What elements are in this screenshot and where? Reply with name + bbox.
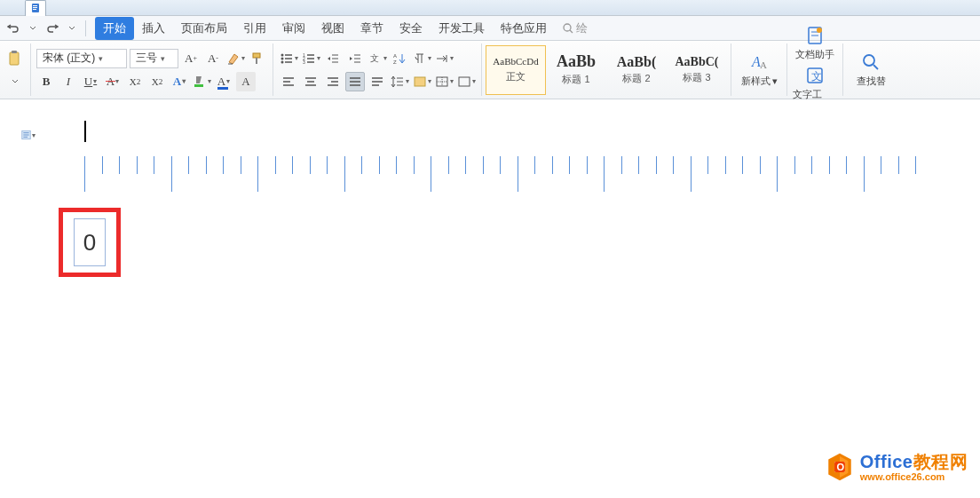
watermark-logo-icon: O — [825, 452, 855, 482]
shrink-font-button[interactable]: A- — [203, 49, 223, 68]
svg-text:文: 文 — [370, 53, 379, 63]
document-area[interactable]: ▾ 0 O Office教程网 www.office26.com — [0, 99, 980, 498]
svg-text:A: A — [760, 59, 767, 70]
svg-text:Z: Z — [393, 59, 397, 65]
underline-button[interactable]: U▾ — [81, 72, 100, 91]
quick-access-toolbar — [5, 20, 88, 36]
align-justify-button[interactable] — [345, 72, 365, 91]
font-name-combo[interactable]: 宋体 (正文)▾ — [36, 49, 127, 68]
text-direction-button[interactable]: 文▾ — [368, 49, 387, 68]
style-heading1[interactable]: AaBb标题 1 — [546, 45, 606, 95]
new-style-icon: AA — [748, 51, 770, 73]
style-heading2[interactable]: AaBb(标题 2 — [606, 45, 667, 95]
numbering-button[interactable]: 123▾ — [301, 49, 320, 68]
menu-insert[interactable]: 插入 — [134, 17, 173, 40]
svg-point-4 — [564, 24, 571, 31]
tab-button[interactable]: ▾ — [434, 49, 454, 68]
clipboard-dropdown[interactable] — [5, 72, 25, 91]
svg-text:A: A — [393, 53, 397, 59]
document-tab[interactable] — [25, 0, 46, 16]
text-cursor — [84, 121, 86, 142]
style-heading3[interactable]: AaBbC(标题 3 — [667, 45, 727, 95]
watermark: O Office教程网 www.office26.com — [825, 452, 968, 482]
increase-indent-button[interactable] — [345, 49, 365, 68]
svg-rect-10 — [256, 58, 257, 64]
svg-point-14 — [281, 57, 283, 59]
char-shading-button[interactable]: A — [236, 72, 256, 91]
svg-rect-53 — [415, 77, 425, 86]
paste-button[interactable] — [5, 49, 25, 68]
undo-icon[interactable] — [5, 20, 21, 36]
line-spacing-button[interactable]: ▾ — [390, 72, 409, 91]
format-painter-button[interactable] — [248, 49, 267, 68]
style-gallery[interactable]: AaBbCcDd正文 AaBb标题 1 AaBb(标题 2 AaBbC(标题 3 — [486, 45, 727, 95]
show-marks-button[interactable]: ▾ — [412, 49, 431, 68]
menu-reference[interactable]: 引用 — [235, 17, 274, 40]
svg-line-5 — [570, 30, 573, 33]
svg-rect-11 — [194, 84, 203, 87]
svg-rect-6 — [10, 52, 19, 65]
menu-devtools[interactable]: 开发工具 — [431, 17, 493, 40]
style-body[interactable]: AaBbCcDd正文 — [486, 45, 546, 95]
svg-rect-9 — [253, 53, 260, 58]
font-size-combo[interactable]: 三号▾ — [130, 49, 178, 68]
svg-point-12 — [281, 53, 283, 56]
search-icon — [562, 22, 574, 35]
doc-helper-button[interactable]: 文档助手 — [793, 25, 837, 61]
subscript-button[interactable]: X2 — [147, 72, 167, 91]
doc-helper-icon — [804, 25, 826, 46]
grow-font-button[interactable]: A+ — [181, 49, 201, 68]
font-color-button[interactable]: A▾ — [214, 72, 233, 91]
svg-line-67 — [873, 65, 878, 69]
para-settings-button[interactable]: ▾ — [456, 72, 476, 91]
bullets-button[interactable]: ▾ — [279, 49, 298, 68]
redo-icon[interactable] — [44, 20, 60, 36]
svg-point-66 — [864, 55, 874, 66]
menu-review[interactable]: 审阅 — [274, 17, 313, 40]
svg-rect-7 — [12, 51, 17, 53]
svg-point-16 — [281, 60, 283, 63]
italic-button[interactable]: I — [59, 72, 78, 91]
find-replace-button[interactable]: 查找替 — [849, 51, 893, 88]
superscript-button[interactable]: X2 — [125, 72, 145, 91]
search-box[interactable]: 绘 — [562, 20, 588, 36]
bold-button[interactable]: B — [36, 72, 56, 91]
sort-button[interactable]: AZ — [390, 49, 409, 68]
highlight-button[interactable]: ▾ — [192, 72, 211, 91]
outline-toggle-icon[interactable]: ▾ — [21, 128, 36, 142]
align-center-button[interactable] — [301, 72, 320, 91]
ruler-scale — [84, 156, 944, 197]
align-right-button[interactable] — [323, 72, 343, 91]
menu-security[interactable]: 安全 — [391, 17, 431, 40]
align-left-button[interactable] — [279, 72, 298, 91]
strikethrough-button[interactable]: A▾ — [103, 72, 122, 91]
search-text: 绘 — [576, 20, 588, 36]
svg-text:文: 文 — [811, 70, 822, 83]
text-effect-button[interactable]: A▾ — [170, 72, 189, 91]
menu-special[interactable]: 特色应用 — [493, 17, 555, 40]
distribute-button[interactable] — [368, 72, 387, 91]
clear-format-button[interactable]: ▾ — [225, 49, 245, 68]
decrease-indent-button[interactable] — [323, 49, 343, 68]
svg-point-63 — [817, 28, 822, 33]
menu-layout[interactable]: 页面布局 — [173, 17, 235, 40]
undo-dropdown-icon[interactable] — [25, 20, 41, 36]
svg-rect-1 — [33, 5, 37, 6]
svg-rect-57 — [459, 77, 470, 86]
menu-chapter[interactable]: 章节 — [352, 17, 391, 40]
menu-start[interactable]: 开始 — [95, 17, 134, 40]
title-tab-bar — [0, 0, 980, 16]
svg-text:O: O — [836, 462, 844, 472]
shading-button[interactable]: ▾ — [412, 72, 431, 91]
text-tool-icon: 文 — [804, 65, 826, 86]
svg-rect-2 — [33, 7, 37, 8]
value-box: 0 — [74, 218, 106, 266]
highlight-box: 0 — [59, 208, 121, 277]
find-icon — [860, 51, 881, 73]
menu-view[interactable]: 视图 — [313, 17, 352, 40]
new-style-button[interactable]: AA 新样式▾ — [737, 51, 781, 88]
svg-rect-3 — [33, 9, 36, 10]
svg-text:3: 3 — [303, 59, 305, 65]
borders-button[interactable]: ▾ — [434, 72, 454, 91]
redo-dropdown-icon[interactable] — [64, 20, 80, 36]
